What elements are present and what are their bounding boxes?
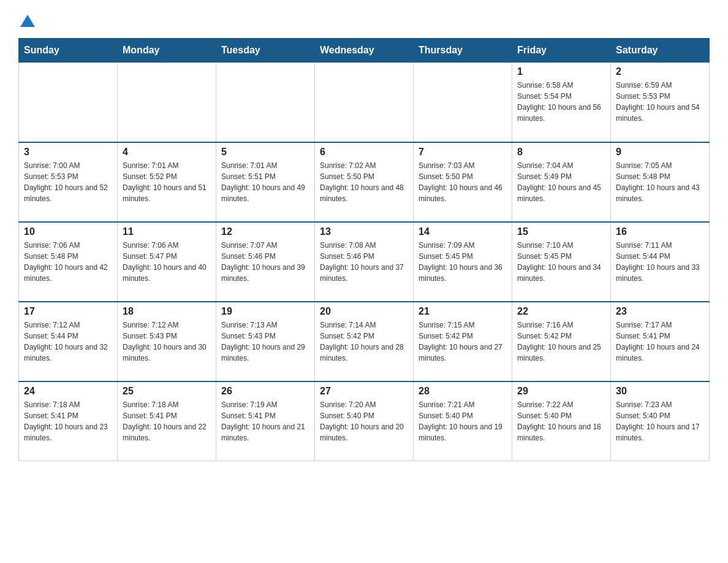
day-info: Sunrise: 7:10 AM Sunset: 5:45 PM Dayligh… bbox=[517, 240, 605, 284]
calendar-cell: 10Sunrise: 7:06 AM Sunset: 5:48 PM Dayli… bbox=[19, 222, 118, 302]
day-number: 1 bbox=[517, 66, 605, 77]
day-number: 17 bbox=[24, 306, 112, 317]
day-info: Sunrise: 7:16 AM Sunset: 5:42 PM Dayligh… bbox=[517, 320, 605, 364]
day-info: Sunrise: 7:22 AM Sunset: 5:40 PM Dayligh… bbox=[517, 399, 605, 443]
calendar-week-2: 3Sunrise: 7:00 AM Sunset: 5:53 PM Daylig… bbox=[19, 142, 710, 222]
day-info: Sunrise: 7:00 AM Sunset: 5:53 PM Dayligh… bbox=[24, 160, 112, 204]
day-number: 23 bbox=[616, 306, 704, 317]
day-number: 14 bbox=[419, 226, 507, 237]
calendar-cell: 21Sunrise: 7:15 AM Sunset: 5:42 PM Dayli… bbox=[414, 302, 512, 381]
day-number: 9 bbox=[616, 147, 704, 158]
calendar-cell: 9Sunrise: 7:05 AM Sunset: 5:48 PM Daylig… bbox=[611, 142, 710, 222]
calendar-cell: 6Sunrise: 7:02 AM Sunset: 5:50 PM Daylig… bbox=[315, 142, 414, 222]
calendar-table: SundayMondayTuesdayWednesdayThursdayFrid… bbox=[18, 38, 710, 461]
calendar-cell: 26Sunrise: 7:19 AM Sunset: 5:41 PM Dayli… bbox=[216, 381, 315, 461]
logo-triangle-icon bbox=[20, 15, 35, 27]
day-info: Sunrise: 7:18 AM Sunset: 5:41 PM Dayligh… bbox=[24, 399, 112, 443]
page-header bbox=[18, 12, 710, 26]
day-info: Sunrise: 7:18 AM Sunset: 5:41 PM Dayligh… bbox=[123, 399, 211, 443]
calendar-cell: 18Sunrise: 7:12 AM Sunset: 5:43 PM Dayli… bbox=[118, 302, 216, 381]
calendar-cell: 14Sunrise: 7:09 AM Sunset: 5:45 PM Dayli… bbox=[414, 222, 512, 302]
calendar-cell bbox=[216, 63, 315, 142]
day-info: Sunrise: 7:23 AM Sunset: 5:40 PM Dayligh… bbox=[616, 399, 704, 443]
calendar-header-row: SundayMondayTuesdayWednesdayThursdayFrid… bbox=[19, 39, 710, 63]
day-info: Sunrise: 7:04 AM Sunset: 5:49 PM Dayligh… bbox=[517, 160, 605, 204]
calendar-cell: 4Sunrise: 7:01 AM Sunset: 5:52 PM Daylig… bbox=[118, 142, 216, 222]
day-number: 16 bbox=[616, 226, 704, 237]
calendar-week-4: 17Sunrise: 7:12 AM Sunset: 5:44 PM Dayli… bbox=[19, 302, 710, 381]
calendar-cell: 2Sunrise: 6:59 AM Sunset: 5:53 PM Daylig… bbox=[611, 63, 710, 142]
day-info: Sunrise: 6:59 AM Sunset: 5:53 PM Dayligh… bbox=[616, 80, 704, 124]
day-number: 22 bbox=[517, 306, 605, 317]
day-number: 30 bbox=[616, 386, 704, 397]
calendar-cell: 25Sunrise: 7:18 AM Sunset: 5:41 PM Dayli… bbox=[118, 381, 216, 461]
calendar-cell: 8Sunrise: 7:04 AM Sunset: 5:49 PM Daylig… bbox=[512, 142, 611, 222]
calendar-week-5: 24Sunrise: 7:18 AM Sunset: 5:41 PM Dayli… bbox=[19, 381, 710, 461]
day-number: 26 bbox=[221, 386, 309, 397]
day-number: 5 bbox=[221, 147, 309, 158]
day-info: Sunrise: 7:06 AM Sunset: 5:48 PM Dayligh… bbox=[24, 240, 112, 284]
day-info: Sunrise: 7:05 AM Sunset: 5:48 PM Dayligh… bbox=[616, 160, 704, 204]
day-info: Sunrise: 7:12 AM Sunset: 5:44 PM Dayligh… bbox=[24, 320, 112, 364]
day-number: 11 bbox=[123, 226, 211, 237]
calendar-cell: 5Sunrise: 7:01 AM Sunset: 5:51 PM Daylig… bbox=[216, 142, 315, 222]
day-number: 3 bbox=[24, 147, 112, 158]
calendar-cell: 27Sunrise: 7:20 AM Sunset: 5:40 PM Dayli… bbox=[315, 381, 414, 461]
day-number: 6 bbox=[320, 147, 408, 158]
day-number: 13 bbox=[320, 226, 408, 237]
calendar-week-1: 1Sunrise: 6:58 AM Sunset: 5:54 PM Daylig… bbox=[19, 63, 710, 142]
day-info: Sunrise: 7:07 AM Sunset: 5:46 PM Dayligh… bbox=[221, 240, 309, 284]
day-number: 18 bbox=[123, 306, 211, 317]
day-number: 25 bbox=[123, 386, 211, 397]
weekday-header-monday: Monday bbox=[118, 39, 216, 63]
day-info: Sunrise: 7:12 AM Sunset: 5:43 PM Dayligh… bbox=[123, 320, 211, 364]
calendar-cell: 13Sunrise: 7:08 AM Sunset: 5:46 PM Dayli… bbox=[315, 222, 414, 302]
day-info: Sunrise: 7:13 AM Sunset: 5:43 PM Dayligh… bbox=[221, 320, 309, 364]
day-number: 28 bbox=[419, 386, 507, 397]
calendar-cell: 30Sunrise: 7:23 AM Sunset: 5:40 PM Dayli… bbox=[611, 381, 710, 461]
calendar-cell: 15Sunrise: 7:10 AM Sunset: 5:45 PM Dayli… bbox=[512, 222, 611, 302]
calendar-cell bbox=[19, 63, 118, 142]
weekday-header-friday: Friday bbox=[512, 39, 611, 63]
weekday-header-wednesday: Wednesday bbox=[315, 39, 414, 63]
day-number: 7 bbox=[419, 147, 507, 158]
calendar-cell: 19Sunrise: 7:13 AM Sunset: 5:43 PM Dayli… bbox=[216, 302, 315, 381]
calendar-cell: 23Sunrise: 7:17 AM Sunset: 5:41 PM Dayli… bbox=[611, 302, 710, 381]
day-info: Sunrise: 7:01 AM Sunset: 5:52 PM Dayligh… bbox=[123, 160, 211, 204]
calendar-cell bbox=[118, 63, 216, 142]
day-number: 12 bbox=[221, 226, 309, 237]
calendar-cell: 1Sunrise: 6:58 AM Sunset: 5:54 PM Daylig… bbox=[512, 63, 611, 142]
day-number: 15 bbox=[517, 226, 605, 237]
calendar-cell: 3Sunrise: 7:00 AM Sunset: 5:53 PM Daylig… bbox=[19, 142, 118, 222]
day-info: Sunrise: 7:21 AM Sunset: 5:40 PM Dayligh… bbox=[419, 399, 507, 443]
day-info: Sunrise: 7:11 AM Sunset: 5:44 PM Dayligh… bbox=[616, 240, 704, 284]
weekday-header-saturday: Saturday bbox=[611, 39, 710, 63]
weekday-header-sunday: Sunday bbox=[19, 39, 118, 63]
day-number: 10 bbox=[24, 226, 112, 237]
day-info: Sunrise: 7:08 AM Sunset: 5:46 PM Dayligh… bbox=[320, 240, 408, 284]
day-number: 19 bbox=[221, 306, 309, 317]
calendar-cell: 22Sunrise: 7:16 AM Sunset: 5:42 PM Dayli… bbox=[512, 302, 611, 381]
day-info: Sunrise: 7:17 AM Sunset: 5:41 PM Dayligh… bbox=[616, 320, 704, 364]
calendar-week-3: 10Sunrise: 7:06 AM Sunset: 5:48 PM Dayli… bbox=[19, 222, 710, 302]
day-number: 21 bbox=[419, 306, 507, 317]
day-info: Sunrise: 7:03 AM Sunset: 5:50 PM Dayligh… bbox=[419, 160, 507, 204]
calendar-cell: 24Sunrise: 7:18 AM Sunset: 5:41 PM Dayli… bbox=[19, 381, 118, 461]
day-info: Sunrise: 7:15 AM Sunset: 5:42 PM Dayligh… bbox=[419, 320, 507, 364]
day-number: 4 bbox=[123, 147, 211, 158]
calendar-cell bbox=[414, 63, 512, 142]
calendar-cell: 12Sunrise: 7:07 AM Sunset: 5:46 PM Dayli… bbox=[216, 222, 315, 302]
day-info: Sunrise: 7:20 AM Sunset: 5:40 PM Dayligh… bbox=[320, 399, 408, 443]
calendar-cell bbox=[315, 63, 414, 142]
day-number: 20 bbox=[320, 306, 408, 317]
calendar-cell: 11Sunrise: 7:06 AM Sunset: 5:47 PM Dayli… bbox=[118, 222, 216, 302]
calendar-cell: 7Sunrise: 7:03 AM Sunset: 5:50 PM Daylig… bbox=[414, 142, 512, 222]
day-info: Sunrise: 7:01 AM Sunset: 5:51 PM Dayligh… bbox=[221, 160, 309, 204]
day-number: 29 bbox=[517, 386, 605, 397]
day-info: Sunrise: 7:09 AM Sunset: 5:45 PM Dayligh… bbox=[419, 240, 507, 284]
calendar-cell: 17Sunrise: 7:12 AM Sunset: 5:44 PM Dayli… bbox=[19, 302, 118, 381]
day-number: 2 bbox=[616, 66, 704, 77]
day-info: Sunrise: 7:02 AM Sunset: 5:50 PM Dayligh… bbox=[320, 160, 408, 204]
day-info: Sunrise: 7:06 AM Sunset: 5:47 PM Dayligh… bbox=[123, 240, 211, 284]
day-info: Sunrise: 6:58 AM Sunset: 5:54 PM Dayligh… bbox=[517, 80, 605, 124]
